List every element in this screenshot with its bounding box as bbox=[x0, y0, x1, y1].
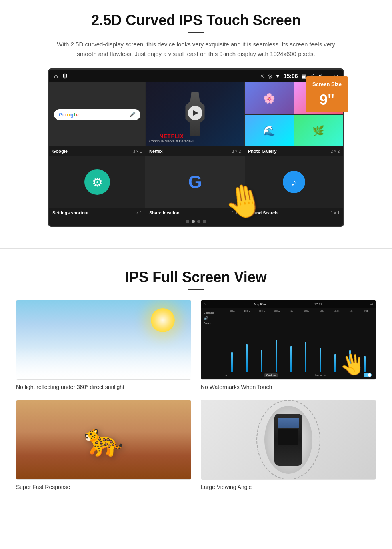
bar-group-5 bbox=[284, 346, 298, 372]
amp-home-icon: ⌂ bbox=[204, 303, 206, 306]
amp-background: ⌂ Amplifier 17:33 ↩ Balance 🔊 Fader bbox=[201, 300, 376, 379]
amplifier-panel: ⌂ Amplifier 17:33 ↩ Balance 🔊 Fader bbox=[201, 300, 376, 390]
amp-custom-btn: Custom bbox=[264, 373, 277, 377]
freq-sub: SUB bbox=[359, 310, 373, 312]
status-left: ⌂ ψ bbox=[54, 72, 67, 80]
settings-app-cell[interactable]: ⚙ bbox=[49, 156, 145, 208]
top-labels-row: Google 3 × 1 Netflix 3 × 2 Photo Gallery… bbox=[49, 146, 343, 156]
freq-25k: 2.5k bbox=[300, 310, 314, 312]
flower-image: 🌸 bbox=[245, 82, 294, 114]
section-touchscreen: 2.5D Curved IPS Touch Screen With 2.5D c… bbox=[0, 0, 392, 236]
amp-status-bar: ⌂ Amplifier 17:33 ↩ bbox=[201, 300, 376, 308]
cheetah-image: 🐆 bbox=[16, 400, 191, 480]
sunlight-image bbox=[16, 300, 191, 380]
eq-bar-6 bbox=[305, 342, 306, 372]
gallery-thumb-1: 🌸 bbox=[245, 82, 294, 114]
cheetah-panel: 🐆 Super Fast Response bbox=[16, 400, 191, 490]
netflix-label: Netflix 3 × 2 bbox=[146, 148, 244, 154]
settings-app-name: Settings shortcut bbox=[52, 210, 88, 215]
bar-group-1 bbox=[225, 352, 239, 372]
eq-bar-3 bbox=[261, 350, 262, 372]
google-app-cell[interactable]: Google 🎤 bbox=[49, 82, 145, 146]
freq-100hz: 100hz bbox=[240, 310, 254, 312]
share-location-cell[interactable]: G 🤚 bbox=[146, 156, 244, 208]
bar-group-4 bbox=[269, 340, 283, 372]
section1-description: With 2.5D curved-display screen, this de… bbox=[56, 40, 336, 59]
badge-size: 9" bbox=[312, 93, 342, 107]
settings-label: Settings shortcut 1 × 1 bbox=[49, 210, 145, 216]
netflix-info: NETFLIX Continue Marvel's Daredevil bbox=[149, 133, 194, 143]
sky-haze bbox=[16, 347, 191, 379]
sound-icon: ♪ bbox=[283, 171, 305, 193]
section2-title: IPS Full Screen View bbox=[16, 269, 376, 286]
sun bbox=[151, 308, 175, 332]
eq-bar-4 bbox=[276, 340, 277, 372]
freq-200hz: 200hz bbox=[255, 310, 269, 312]
section-divider bbox=[0, 248, 392, 249]
play-triangle-icon bbox=[193, 110, 198, 116]
status-bar: ⌂ ψ ✳ ◎ ▼ 15:06 ▣ ◁) ✕ ▭ ↩ bbox=[49, 70, 343, 82]
netflix-app-name: Netflix bbox=[149, 149, 163, 154]
bar-group-6 bbox=[299, 342, 313, 372]
scroll-dot-4 bbox=[203, 220, 206, 223]
google-search-bar[interactable]: Google 🎤 bbox=[54, 109, 140, 120]
hand-pointing-icon: 🤚 bbox=[221, 179, 267, 223]
home-icon[interactable]: ⌂ bbox=[54, 72, 58, 80]
sky-image: 🌊 bbox=[245, 115, 294, 146]
mic-icon: 🎤 bbox=[130, 112, 136, 117]
amp-toggle[interactable] bbox=[364, 373, 372, 377]
cheetah-caption: Super Fast Response bbox=[16, 484, 191, 490]
wifi-icon: ▼ bbox=[275, 73, 280, 79]
cheetah-background: 🐆 bbox=[16, 400, 191, 479]
sound-app-size: 1 × 1 bbox=[330, 211, 340, 215]
eq-bar-2 bbox=[246, 344, 248, 372]
amplifier-image: ⌂ Amplifier 17:33 ↩ Balance 🔊 Fader bbox=[201, 300, 376, 380]
bar-group-2 bbox=[240, 344, 254, 372]
settings-app-size: 1 × 1 bbox=[133, 211, 142, 215]
car-windshield bbox=[278, 418, 299, 428]
sunlight-panel: No light reflecting under 360° direct su… bbox=[16, 300, 191, 390]
bar-group-3 bbox=[255, 350, 269, 372]
amp-volume-icon: 🔊 bbox=[204, 316, 224, 320]
camera-icon: ▣ bbox=[301, 73, 306, 79]
amp-main: Balance 🔊 Fader 60hz 100hz 200hz 500hz bbox=[201, 308, 376, 379]
play-button[interactable] bbox=[188, 106, 202, 120]
amp-caption: No Watermarks When Touch bbox=[201, 384, 376, 390]
bar-group-7 bbox=[314, 348, 328, 372]
freq-1k: 1k bbox=[285, 310, 299, 312]
gallery-thumb-3: 🌊 bbox=[245, 115, 294, 146]
share-app-name: Share location bbox=[149, 210, 180, 215]
screen-size-badge: Screen Size 9" bbox=[306, 76, 348, 112]
amp-loudness-label: loudness bbox=[315, 374, 326, 377]
netflix-app-cell[interactable]: NETFLIX Continue Marvel's Daredevil bbox=[146, 82, 244, 146]
eq-bar-8 bbox=[334, 354, 336, 372]
eq-bar-1 bbox=[231, 352, 233, 372]
car-panel: Large Viewing Angle bbox=[201, 400, 376, 490]
sunlight-caption: No light reflecting under 360° direct su… bbox=[16, 384, 191, 390]
settings-gear-icon: ⚙ bbox=[84, 169, 110, 195]
gallery-app-size: 2 × 2 bbox=[330, 149, 340, 154]
status-time: 15:06 bbox=[284, 73, 298, 79]
bluetooth-icon: ✳ bbox=[260, 73, 264, 79]
freq-500hz: 500hz bbox=[270, 310, 284, 312]
scroll-dot-2 bbox=[192, 220, 195, 223]
amp-back-icon: ↩ bbox=[370, 303, 373, 306]
amp-hand-icon: 🖐 bbox=[338, 351, 367, 378]
badge-label: Screen Size bbox=[312, 81, 342, 87]
car-caption: Large Viewing Angle bbox=[201, 484, 376, 490]
scroll-dots bbox=[49, 218, 343, 226]
car-body bbox=[274, 414, 302, 466]
google-logo: Google bbox=[59, 112, 79, 118]
amp-time: 17:33 bbox=[314, 303, 322, 306]
gallery-thumb-4: 🌿 bbox=[294, 115, 343, 146]
badge-divider bbox=[321, 90, 333, 90]
usb-icon: ψ bbox=[63, 72, 67, 80]
netflix-subtitle: Continue Marvel's Daredevil bbox=[149, 139, 194, 143]
car-oval bbox=[264, 406, 312, 474]
amp-balance-label: Balance bbox=[204, 311, 224, 314]
gallery-app-name: Photo Gallery bbox=[248, 149, 277, 154]
scroll-dot-3 bbox=[197, 220, 200, 223]
device-mockup: ⌂ ψ ✳ ◎ ▼ 15:06 ▣ ◁) ✕ ▭ ↩ bbox=[48, 68, 344, 227]
amp-title: Amplifier bbox=[254, 303, 266, 306]
image-grid: No light reflecting under 360° direct su… bbox=[16, 300, 376, 490]
